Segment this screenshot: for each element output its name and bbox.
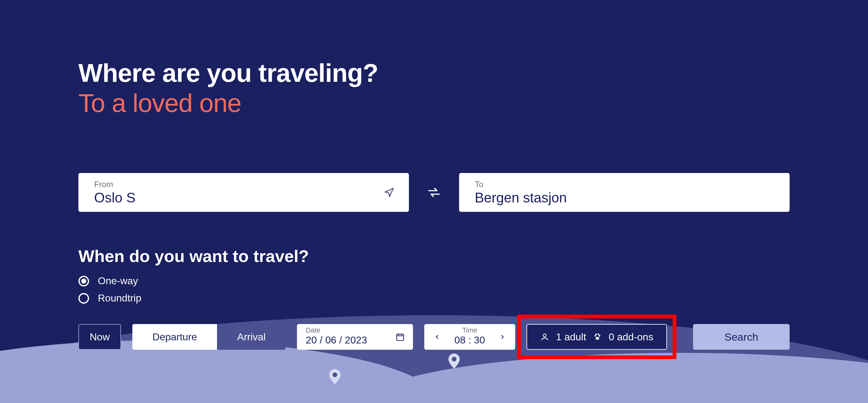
oneway-label: One-way	[98, 275, 138, 287]
svg-point-8	[452, 357, 457, 362]
page-tagline: To a loved one	[79, 90, 789, 116]
from-field[interactable]: From	[79, 173, 409, 212]
time-field[interactable]: Time 08 : 30	[424, 324, 515, 350]
time-prev-button[interactable]	[432, 332, 442, 342]
departure-tab[interactable]: Departure	[132, 324, 217, 350]
time-label: Time	[454, 327, 485, 334]
svg-point-2	[594, 335, 596, 337]
from-input[interactable]	[94, 190, 393, 206]
date-label: Date	[306, 327, 320, 334]
svg-point-1	[543, 334, 546, 337]
search-button[interactable]: Search	[693, 324, 789, 350]
svg-rect-0	[397, 334, 404, 340]
trip-type-oneway[interactable]: One-way	[79, 275, 789, 287]
passengers-person-text: 1 adult	[556, 331, 586, 343]
date-field[interactable]: Date 20 / 06 / 2023	[297, 324, 413, 350]
time-next-button[interactable]	[497, 332, 508, 342]
svg-point-6	[595, 337, 599, 340]
arrival-tab[interactable]: Arrival	[217, 324, 286, 350]
map-pin-icon	[329, 369, 341, 384]
radio-icon	[79, 293, 89, 304]
person-icon	[540, 333, 549, 341]
calendar-icon	[396, 332, 405, 342]
time-value: 08 : 30	[454, 334, 485, 347]
paw-icon	[593, 333, 602, 341]
swap-stations-button[interactable]	[426, 184, 442, 200]
when-heading: When do you want to travel?	[79, 246, 789, 266]
map-pin-icon	[448, 354, 460, 369]
to-label: To	[475, 179, 774, 189]
trip-type-roundtrip[interactable]: Roundtrip	[79, 292, 789, 304]
page-title: Where are you traveling?	[79, 60, 789, 87]
svg-point-3	[599, 335, 600, 337]
passengers-button[interactable]: 1 adult 0 add-ons	[527, 324, 667, 350]
svg-point-4	[595, 333, 597, 335]
svg-point-5	[598, 333, 599, 335]
radio-icon	[79, 276, 89, 287]
passengers-addons-text: 0 add-ons	[609, 331, 653, 343]
roundtrip-label: Roundtrip	[98, 292, 142, 304]
svg-point-7	[333, 373, 337, 377]
date-value: 20 / 06 / 2023	[306, 334, 367, 347]
dep-arr-toggle: Departure Arrival	[132, 324, 286, 350]
now-button[interactable]: Now	[79, 324, 121, 350]
geolocate-icon[interactable]	[384, 187, 395, 198]
to-input[interactable]	[475, 190, 774, 206]
to-field[interactable]: To	[459, 173, 789, 212]
from-label: From	[94, 179, 393, 189]
